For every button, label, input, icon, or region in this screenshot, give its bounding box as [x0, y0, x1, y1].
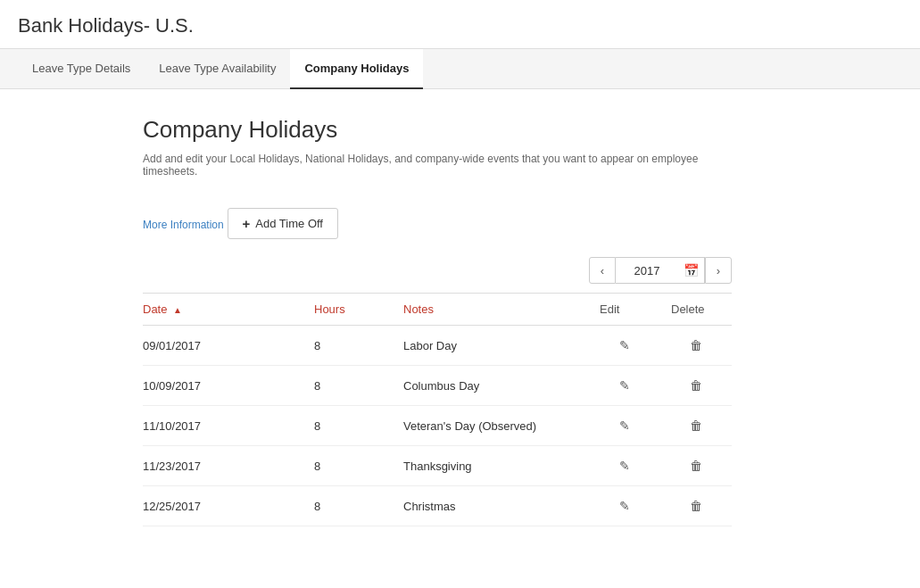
calendar-button[interactable]: 📅: [678, 257, 705, 284]
col-date-label: Date: [143, 302, 167, 316]
cell-date: 11/10/2017: [143, 406, 303, 446]
year-navigator: ‹ 📅 ›: [143, 257, 732, 284]
delete-icon[interactable]: 🗑: [684, 457, 708, 475]
cell-edit: ✎: [589, 446, 660, 486]
prev-year-button[interactable]: ‹: [589, 257, 616, 284]
cell-date: 10/09/2017: [143, 366, 303, 406]
next-year-button[interactable]: ›: [705, 257, 732, 284]
year-input[interactable]: [616, 257, 678, 284]
table-row: 10/09/2017 8 Columbus Day ✎ 🗑: [143, 366, 732, 406]
tab-leave-type-details[interactable]: Leave Type Details: [18, 49, 145, 89]
cell-notes: Christmas: [393, 486, 589, 526]
table-header-row: Date ▲ Hours Notes Edit Delete: [143, 294, 732, 326]
tab-nav: Leave Type Details Leave Type Availabili…: [0, 49, 920, 89]
cell-notes: Columbus Day: [393, 366, 589, 406]
cell-notes: Thanksgiving: [393, 446, 589, 486]
cell-date: 09/01/2017: [143, 326, 303, 366]
plus-icon: +: [243, 216, 251, 231]
table-row: 09/01/2017 8 Labor Day ✎ 🗑: [143, 326, 732, 366]
table-row: 12/25/2017 8 Christmas ✎ 🗑: [143, 486, 732, 526]
col-edit-label: Edit: [600, 302, 619, 316]
col-notes-label: Notes: [403, 302, 434, 316]
delete-icon[interactable]: 🗑: [684, 336, 708, 354]
col-delete-label: Delete: [671, 302, 705, 316]
more-info-link[interactable]: More Information: [143, 219, 224, 231]
tab-company-holidays[interactable]: Company Holidays: [290, 49, 423, 89]
table-row: 11/23/2017 8 Thanksgiving ✎ 🗑: [143, 446, 732, 486]
cell-date: 11/23/2017: [143, 446, 303, 486]
cell-delete: 🗑: [660, 326, 732, 366]
cell-edit: ✎: [589, 486, 660, 526]
cell-edit: ✎: [589, 326, 660, 366]
section-description: Add and edit your Local Holidays, Nation…: [143, 153, 732, 178]
holidays-table: Date ▲ Hours Notes Edit Delete 09/01/201…: [143, 293, 732, 526]
cell-edit: ✎: [589, 406, 660, 446]
col-header-edit: Edit: [589, 294, 660, 326]
edit-icon[interactable]: ✎: [614, 336, 635, 354]
calendar-icon: 📅: [684, 263, 699, 277]
cell-delete: 🗑: [660, 486, 732, 526]
col-header-notes: Notes: [393, 294, 589, 326]
cell-delete: 🗑: [660, 366, 732, 406]
delete-icon[interactable]: 🗑: [684, 497, 708, 515]
page-header: Bank Holidays- U.S.: [0, 0, 920, 49]
cell-hours: 8: [303, 326, 393, 366]
table-row: 11/10/2017 8 Veteran's Day (Observed) ✎ …: [143, 406, 732, 446]
edit-icon[interactable]: ✎: [614, 457, 635, 475]
edit-icon[interactable]: ✎: [614, 497, 635, 515]
cell-edit: ✎: [589, 366, 660, 406]
col-header-date[interactable]: Date ▲: [143, 294, 303, 326]
edit-icon[interactable]: ✎: [614, 377, 635, 394]
page-title: Bank Holidays- U.S.: [18, 14, 902, 37]
cell-delete: 🗑: [660, 406, 732, 446]
cell-notes: Veteran's Day (Observed): [393, 406, 589, 446]
delete-icon[interactable]: 🗑: [684, 417, 708, 435]
cell-hours: 8: [303, 446, 393, 486]
cell-date: 12/25/2017: [143, 486, 303, 526]
section-title: Company Holidays: [143, 116, 732, 144]
sort-arrow-icon: ▲: [173, 305, 182, 315]
table-body: 09/01/2017 8 Labor Day ✎ 🗑 10/09/2017 8 …: [143, 326, 732, 526]
col-header-delete: Delete: [660, 294, 732, 326]
cell-hours: 8: [303, 366, 393, 406]
edit-icon[interactable]: ✎: [614, 417, 635, 435]
add-time-off-label: Add Time Off: [255, 217, 323, 230]
cell-delete: 🗑: [660, 446, 732, 486]
tab-leave-type-availability[interactable]: Leave Type Availability: [145, 49, 290, 89]
main-content: Company Holidays Add and edit your Local…: [0, 89, 874, 553]
col-hours-label: Hours: [314, 302, 345, 316]
cell-hours: 8: [303, 486, 393, 526]
cell-notes: Labor Day: [393, 326, 589, 366]
delete-icon[interactable]: 🗑: [684, 377, 708, 394]
col-header-hours: Hours: [303, 294, 393, 326]
add-time-off-button[interactable]: + Add Time Off: [228, 208, 338, 239]
cell-hours: 8: [303, 406, 393, 446]
